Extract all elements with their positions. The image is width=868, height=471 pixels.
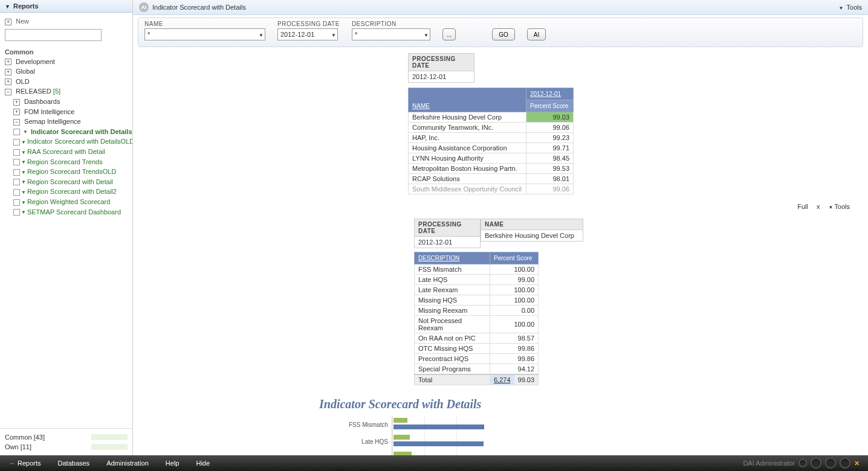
- dock-icon[interactable]: [840, 458, 850, 469]
- table-row[interactable]: LYNN Housing Authority98.45: [409, 153, 574, 164]
- tree-item[interactable]: ▼Indicator Scorecard with DetailsOLD: [5, 136, 128, 147]
- table-row[interactable]: Not Processed Reexam100.00: [415, 316, 539, 333]
- table-row[interactable]: Special Programs94.12: [415, 364, 539, 375]
- go-button[interactable]: GO: [492, 28, 515, 40]
- table-row[interactable]: Precontract HQS99.86: [415, 354, 539, 364]
- more-button[interactable]: ...: [442, 28, 456, 40]
- expand-icon[interactable]: +: [5, 19, 11, 25]
- expand-icon[interactable]: +: [5, 78, 11, 85]
- table-row[interactable]: Late Reexam100.00: [415, 285, 539, 295]
- tree-item[interactable]: ▼Region Scorecard with Detail2: [5, 187, 128, 197]
- expand-icon[interactable]: +: [5, 69, 11, 75]
- tree-fom[interactable]: + FOM Intelligence: [5, 107, 128, 117]
- footer-own[interactable]: Own [11]: [5, 442, 128, 452]
- table-row[interactable]: South Middlesex Opportunity Council99.06: [409, 184, 574, 194]
- table-row[interactable]: Housing Assistance Corporation99.71: [409, 143, 574, 153]
- tree-development[interactable]: + Development: [5, 57, 128, 67]
- dock-icon[interactable]: [811, 458, 821, 469]
- menu-administration[interactable]: Administration: [106, 460, 149, 467]
- collapse-icon[interactable]: −: [13, 119, 20, 126]
- tree-new[interactable]: + New: [5, 16, 128, 27]
- sidebar-search-input[interactable]: [5, 29, 102, 41]
- summary-date-header[interactable]: 2012-12-01: [526, 88, 574, 100]
- table-row[interactable]: FSS Mismatch100.00: [415, 264, 539, 275]
- tree-item[interactable]: ▼Region Scorecard TrendsOLD: [5, 167, 128, 177]
- detail-desc-header[interactable]: DESCRIPTION: [418, 255, 459, 261]
- tree-global[interactable]: + Global: [5, 66, 128, 77]
- expand-icon[interactable]: +: [13, 109, 20, 115]
- collapse-icon[interactable]: −: [5, 89, 11, 95]
- expand-icon[interactable]: +: [13, 99, 20, 106]
- tools-dropdown[interactable]: ▼Tools: [828, 203, 850, 210]
- close-icon[interactable]: ✕: [854, 460, 860, 467]
- checkbox-icon[interactable]: [13, 129, 20, 135]
- table-row[interactable]: HAP, Inc.99.23: [409, 133, 574, 143]
- full-link[interactable]: Full: [797, 203, 808, 210]
- checkbox-icon[interactable]: [13, 139, 20, 146]
- tools-dropdown[interactable]: ▼ Tools: [839, 4, 862, 11]
- chevron-down-icon[interactable]: ▼: [21, 139, 26, 145]
- chevron-down-icon[interactable]: ▼: [23, 129, 28, 135]
- tree-released[interactable]: − RELEASED [5]: [5, 86, 128, 97]
- table-row[interactable]: Berkshire Housing Devel Corp99.03: [409, 112, 574, 123]
- sidebar-header[interactable]: ▼ Reports: [0, 0, 132, 13]
- page-title-bar: AI Indicator Scorecard with Details ▼ To…: [133, 0, 868, 15]
- chevron-down-icon[interactable]: ▼: [21, 210, 26, 215]
- chart-bar-label: FSS Mismatch: [319, 421, 392, 428]
- tree-item[interactable]: ▼RAA Scorecard with Detail: [5, 147, 128, 157]
- summary-name-header[interactable]: NAME: [412, 103, 430, 109]
- filter-name-select[interactable]: *▼: [144, 28, 265, 40]
- tree-old[interactable]: + OLD: [5, 77, 128, 87]
- table-row[interactable]: Missing Reexam0.00: [415, 306, 539, 316]
- checkbox-icon[interactable]: [13, 199, 20, 206]
- detail-pd-value: 2012-12-01: [414, 237, 481, 248]
- table-row[interactable]: RCAP Solutions98.01: [409, 174, 574, 184]
- total-row: Total 6,274 99.03: [415, 374, 539, 385]
- chevron-down-icon[interactable]: ▼: [21, 170, 26, 175]
- chart-bar: [394, 425, 484, 429]
- menu-hide[interactable]: Hide: [196, 460, 210, 467]
- tree-semap[interactable]: − Semap Intelligence: [5, 117, 128, 127]
- menu-databases[interactable]: Databases: [58, 460, 90, 467]
- table-row[interactable]: On RAA not on PIC98.57: [415, 333, 539, 344]
- footer-common[interactable]: Common [43]: [5, 432, 128, 442]
- checkbox-icon[interactable]: [13, 189, 20, 196]
- filter-desc-label: DESCRIPTION: [352, 21, 430, 27]
- checkbox-icon[interactable]: [13, 179, 20, 185]
- tree-item[interactable]: ▼Region Scorecard Trends: [5, 157, 128, 167]
- checkbox-icon[interactable]: [13, 159, 20, 165]
- chevron-down-icon[interactable]: ▼: [21, 159, 26, 165]
- chart-bar-row: Late Reexam: [319, 450, 682, 455]
- ai-button[interactable]: AI: [527, 28, 546, 40]
- menu-reports[interactable]: →Reports: [8, 460, 41, 467]
- main-content[interactable]: AI Indicator Scorecard with Details ▼ To…: [133, 0, 868, 455]
- tree-item-active[interactable]: ▼ Indicator Scorecard with Details: [5, 127, 128, 137]
- checkbox-icon[interactable]: [13, 169, 20, 176]
- dock-icon[interactable]: [825, 458, 836, 469]
- close-x[interactable]: x: [817, 203, 820, 210]
- dock-icon[interactable]: [798, 459, 807, 467]
- chevron-down-icon: ▼: [424, 30, 429, 41]
- chart-bar: [394, 441, 484, 446]
- checkbox-icon[interactable]: [13, 209, 20, 216]
- filter-desc-select[interactable]: *▼: [352, 28, 430, 40]
- checkbox-icon[interactable]: [13, 149, 20, 156]
- tree-dashboards[interactable]: + Dashboards: [5, 97, 128, 107]
- tree-item[interactable]: ▼Region Scorecard with Detail: [5, 177, 128, 187]
- table-row[interactable]: Metropolitan Boston Housing Partn.99.53: [409, 164, 574, 174]
- table-row[interactable]: Late HQS99.00: [415, 275, 539, 285]
- filter-date-select[interactable]: 2012-12-01▼: [277, 28, 338, 40]
- table-row[interactable]: Community Teamwork, INc.99.06: [409, 123, 574, 133]
- arrow-icon: →: [8, 460, 15, 467]
- table-row[interactable]: OTC Missing HQS99.86: [415, 344, 539, 354]
- expand-icon[interactable]: +: [5, 59, 11, 65]
- chevron-down-icon[interactable]: ▼: [21, 150, 26, 155]
- tree-item[interactable]: ▼SETMAP Scorecard Dashboard: [5, 207, 128, 217]
- chevron-down-icon[interactable]: ▼: [21, 190, 26, 195]
- menu-help[interactable]: Help: [166, 460, 180, 467]
- chart-bar: [394, 435, 410, 440]
- chevron-down-icon[interactable]: ▼: [21, 200, 26, 205]
- table-row[interactable]: Missing HQS100.00: [415, 295, 539, 306]
- chevron-down-icon[interactable]: ▼: [21, 179, 26, 185]
- tree-item[interactable]: ▼Region Weighted Scorecard: [5, 197, 128, 207]
